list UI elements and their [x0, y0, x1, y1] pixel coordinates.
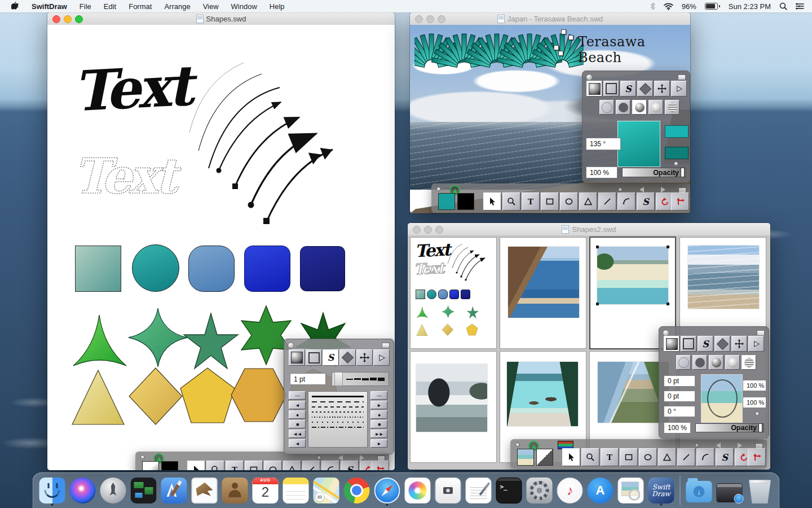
- ellipse-tool[interactable]: [560, 192, 578, 211]
- spotlight-search-icon[interactable]: [779, 2, 787, 10]
- head-thin-arrow-button[interactable]: ►: [370, 439, 387, 448]
- text-object-filled[interactable]: Text: [72, 58, 192, 120]
- dock-item-xcode[interactable]: [161, 475, 188, 506]
- menu-view[interactable]: View: [203, 2, 219, 11]
- dock-item-maps[interactable]: 3D: [313, 475, 340, 506]
- maps-icon[interactable]: 3D: [314, 478, 339, 503]
- shapes2-pages-view[interactable]: Text Text: [408, 235, 770, 470]
- dash-long[interactable]: [312, 401, 364, 402]
- tail-square-button[interactable]: ■: [289, 420, 306, 428]
- dock-item-swiftdraw[interactable]: Swift Draw: [648, 475, 675, 506]
- image-crop-ellipse[interactable]: [707, 379, 738, 418]
- dock-item-music[interactable]: ♪: [557, 475, 584, 506]
- image-angle-field[interactable]: 0 °: [664, 406, 695, 417]
- gradient-preview-swatch[interactable]: [617, 121, 660, 167]
- titlebar-shapes2[interactable]: Shapes2.swd: [408, 223, 770, 236]
- dock-item-textedit[interactable]: [465, 475, 492, 506]
- dock-item-system-preferences[interactable]: [526, 475, 553, 506]
- head-double-arrow-button[interactable]: ►►: [370, 430, 387, 438]
- tail-arrow-button[interactable]: ◄: [289, 401, 306, 409]
- mail-icon[interactable]: [192, 478, 218, 503]
- line-tool[interactable]: [677, 448, 695, 466]
- fill-solid-button[interactable]: [616, 100, 630, 115]
- dock-item-finder[interactable]: [39, 475, 66, 506]
- line-tool[interactable]: [302, 461, 320, 470]
- contacts-icon[interactable]: [222, 478, 248, 503]
- dash-dash-dot[interactable]: [312, 427, 364, 428]
- curve-tool[interactable]: S: [341, 461, 359, 470]
- app-menu-swiftdraw[interactable]: SwiftDraw: [32, 2, 67, 11]
- fill-none-button[interactable]: [599, 100, 614, 115]
- shape-circle-teal[interactable]: [132, 244, 179, 292]
- tail-none-button[interactable]: —: [289, 391, 306, 400]
- curved-arrows-group[interactable]: [186, 54, 389, 251]
- shape-square-teal[interactable]: [75, 246, 121, 292]
- dock-item-photos[interactable]: [404, 475, 431, 506]
- selection-handle[interactable]: [554, 45, 559, 50]
- fill-none-button[interactable]: [676, 355, 691, 370]
- minimized-window-icon[interactable]: [717, 483, 743, 502]
- dock-item-minimized-window[interactable]: [716, 475, 743, 506]
- opacity-slider[interactable]: Opacity: [622, 168, 686, 177]
- notes-icon[interactable]: [283, 478, 309, 503]
- arc-tool[interactable]: [617, 192, 636, 211]
- selection-handle[interactable]: [561, 29, 566, 34]
- text-tool[interactable]: T: [226, 461, 244, 470]
- stroke-swatch[interactable]: [536, 449, 553, 466]
- selection-handle[interactable]: [558, 51, 563, 56]
- dock-item-contacts[interactable]: [222, 475, 249, 506]
- photos-icon[interactable]: [405, 478, 431, 503]
- tail-double-arrow-button[interactable]: ◄◄: [289, 430, 306, 438]
- head-none-button[interactable]: —: [370, 391, 387, 400]
- dock-item-terminal[interactable]: >_: [496, 475, 523, 506]
- stroke-mode-button[interactable]: [306, 349, 322, 366]
- wifi-icon[interactable]: [664, 3, 673, 10]
- curve-mode-button[interactable]: S: [620, 81, 636, 97]
- dock-item-siri[interactable]: [69, 475, 96, 506]
- triangle-tool[interactable]: [283, 461, 301, 470]
- palette-close-icon[interactable]: [288, 342, 294, 349]
- mission-control-icon[interactable]: [131, 478, 157, 503]
- chrome-icon[interactable]: [344, 478, 370, 503]
- shape-roundrect-navy[interactable]: [300, 246, 345, 291]
- dock-item-launchpad[interactable]: [100, 475, 127, 506]
- flip-tool[interactable]: [748, 448, 766, 466]
- downloads-folder-icon[interactable]: ↓: [686, 481, 712, 502]
- gradient-dot[interactable]: [674, 161, 678, 166]
- fill-texture-button[interactable]: [648, 100, 663, 115]
- flip-tool[interactable]: [671, 192, 689, 211]
- dock-item-preview[interactable]: [617, 475, 645, 506]
- menu-help[interactable]: Help: [270, 2, 285, 11]
- titlebar-shapes[interactable]: Shapes.swd: [47, 12, 395, 25]
- fill-mode-button[interactable]: [289, 349, 305, 366]
- toolbar-dot-icon[interactable]: [618, 187, 623, 192]
- dash-pattern-list[interactable]: [308, 391, 368, 448]
- menu-edit[interactable]: Edit: [104, 2, 116, 11]
- pointer-tool[interactable]: [562, 448, 580, 466]
- tail-thin-arrow-button[interactable]: ◄: [289, 439, 306, 448]
- selection-handle[interactable]: [667, 303, 669, 305]
- fill-swatch[interactable]: [438, 193, 455, 210]
- play-mode-button[interactable]: [748, 336, 764, 352]
- fill-gradient-button[interactable]: [632, 100, 647, 115]
- gradient-color-start-swatch[interactable]: [665, 125, 689, 138]
- app-store-icon[interactable]: A: [588, 478, 614, 503]
- flip-tool[interactable]: [371, 461, 389, 470]
- zoom-tool[interactable]: [206, 461, 224, 470]
- image-preview[interactable]: [701, 374, 743, 423]
- notification-center-icon[interactable]: [796, 3, 804, 10]
- image-offset-y-field[interactable]: 0 pt: [664, 391, 695, 402]
- fill-opacity-field[interactable]: 100 %: [586, 167, 617, 178]
- selection-handle[interactable]: [596, 303, 599, 305]
- next-arrow-icon[interactable]: [738, 443, 742, 448]
- system-preferences-icon[interactable]: [527, 478, 553, 503]
- rectangle-tool[interactable]: [245, 461, 263, 470]
- move-mode-button[interactable]: [356, 349, 373, 366]
- image-width-scale-field[interactable]: 100 %: [743, 380, 766, 391]
- siri-icon[interactable]: [70, 478, 96, 503]
- launchpad-icon[interactable]: [100, 478, 126, 503]
- triangle-tool[interactable]: [579, 192, 597, 211]
- fill-image-button[interactable]: [742, 355, 756, 370]
- dock-item-calendar[interactable]: AUG 2: [252, 475, 279, 506]
- toolbar-close-icon[interactable]: [515, 443, 520, 447]
